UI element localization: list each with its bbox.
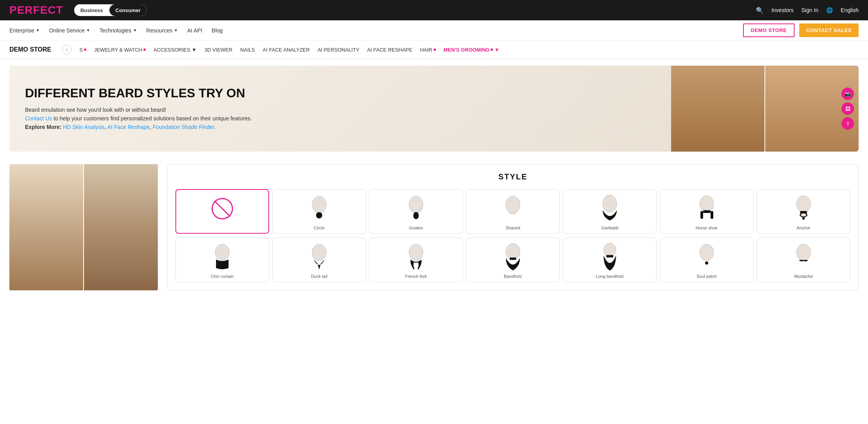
main-navigation: Enterprise ▼ Online Service ▼ Technologi… (0, 20, 868, 41)
search-icon[interactable]: 🔍 (756, 7, 764, 14)
face-left-half (671, 66, 765, 152)
style-label-garibaldi: Garibaldi (601, 225, 618, 230)
hero-face-container (671, 66, 859, 152)
nav-online-service[interactable]: Online Service ▼ (49, 27, 90, 34)
style-item-horse-shoe[interactable]: Horse shoe (660, 189, 754, 234)
nav-resources[interactable]: Resources ▼ (146, 27, 178, 34)
style-item-bandholz[interactable]: Bandholz (466, 238, 560, 282)
nav-action-buttons: DEMO STORE CONTACT SALES (743, 23, 859, 37)
style-item-garibaldi[interactable]: Garibaldi (563, 189, 657, 234)
svg-line-1 (214, 201, 230, 216)
demo-nav-ai-face-reshape[interactable]: AI FACE RESHAPE (367, 47, 413, 53)
demo-nav-jewelry[interactable]: JEWELRY & WATCH (94, 47, 146, 53)
share-icon[interactable]: ⇧ (841, 117, 854, 130)
brand-logo: PERFECT (9, 4, 63, 16)
style-item-soul-patch[interactable]: Soul patch (660, 238, 754, 282)
photo-divider-line (83, 164, 84, 290)
svg-rect-24 (606, 255, 613, 257)
svg-point-8 (603, 195, 617, 212)
svg-point-4 (409, 196, 423, 213)
style-icon-soul-patch (693, 241, 720, 272)
style-label-circle: Circle (314, 225, 325, 230)
svg-rect-12 (703, 210, 711, 213)
nav-blog[interactable]: Blog (212, 27, 223, 34)
svg-point-9 (700, 196, 714, 212)
demo-nav-3d-viewer[interactable]: 3D VIEWER (204, 47, 232, 53)
photo-left-half (9, 164, 84, 290)
style-grid-row2: Chin curtain Duck tail (175, 238, 850, 282)
style-icon-bandholz (499, 241, 527, 272)
style-item-none[interactable] (175, 189, 269, 234)
svg-point-25 (700, 244, 714, 261)
svg-rect-11 (711, 211, 713, 219)
business-toggle-btn[interactable]: Business (74, 4, 109, 16)
investors-link[interactable]: Investors (772, 7, 794, 13)
foundation-shade-finder-link[interactable]: Foundation Shade Finder (153, 124, 214, 130)
person-photo-inner (9, 164, 158, 290)
style-label-bandholz: Bandholz (504, 274, 522, 279)
demo-nav-mens-grooming[interactable]: MEN'S GROOMING ▼ (444, 47, 500, 53)
nav-technologies[interactable]: Technologies ▼ (100, 27, 137, 34)
svg-point-7 (506, 196, 520, 213)
style-label-anchor: Anchor (797, 225, 811, 230)
style-icon-french-fork (402, 241, 430, 272)
business-consumer-toggle[interactable]: Business Consumer (74, 4, 147, 16)
nav-ai-api[interactable]: AI API (187, 27, 202, 34)
demo-store-title: DEMO STORE (9, 46, 51, 53)
demo-nav-ai-face-analyzer[interactable]: AI FACE ANALYZER (263, 47, 310, 53)
chevron-down-icon: ▼ (133, 28, 137, 32)
svg-rect-10 (700, 211, 703, 219)
svg-rect-6 (414, 212, 418, 214)
demo-nav-ai-personality[interactable]: AI PERSONALITY (318, 47, 359, 53)
demo-nav-s[interactable]: S (79, 47, 86, 53)
style-grid-row1: Circle Goatee (175, 189, 850, 234)
contact-sales-button[interactable]: CONTACT SALES (799, 23, 859, 37)
style-item-french-fork[interactable]: French fork (369, 238, 463, 282)
style-label-horse-shoe: Horse shoe (696, 225, 718, 230)
svg-point-3 (316, 212, 322, 218)
hero-text-area: DIFFERENT BEARD STYLES TRY ON Beard emul… (9, 66, 671, 152)
hero-description: Beard emulation see how you'd look with … (25, 106, 655, 132)
style-item-long-bandholz[interactable]: Long bandholz (563, 238, 657, 282)
style-label-french-fork: French fork (405, 274, 427, 279)
hd-skin-analysis-link[interactable]: HD Skin Analysis (63, 124, 105, 130)
style-item-duck-tail[interactable]: Duck tail (272, 238, 366, 282)
style-item-circle[interactable]: Circle (272, 189, 366, 234)
sign-in-link[interactable]: Sign In (801, 7, 818, 13)
svg-point-2 (312, 196, 326, 213)
demo-nav-nails[interactable]: NAILS (240, 47, 255, 53)
svg-point-13 (797, 196, 811, 212)
style-item-goatee[interactable]: Goatee (369, 189, 463, 234)
svg-rect-17 (800, 211, 807, 213)
demo-store-button[interactable]: DEMO STORE (743, 23, 795, 37)
photo-right-half (84, 164, 158, 290)
dot-indicator (84, 48, 86, 51)
svg-point-21 (506, 243, 520, 260)
contact-us-link[interactable]: Contact Us (25, 115, 52, 122)
svg-point-27 (797, 244, 811, 261)
style-icon-chin-curtain (209, 241, 236, 272)
style-label-soul-patch: Soul patch (697, 274, 717, 279)
person-photo (9, 164, 158, 290)
style-item-chin-curtain[interactable]: Chin curtain (175, 238, 269, 282)
style-panel: STYLE (167, 164, 859, 290)
demo-nav-hair[interactable]: HAIR (420, 47, 436, 53)
nav-enterprise[interactable]: Enterprise ▼ (9, 27, 40, 34)
demo-nav-prev-arrow[interactable]: ‹ (62, 45, 71, 54)
consumer-toggle-btn[interactable]: Consumer (109, 4, 147, 16)
style-item-shaved[interactable]: Shaved (466, 189, 560, 234)
photo-icon[interactable]: 🖼 (841, 102, 854, 115)
style-item-anchor[interactable]: Anchor (757, 189, 850, 234)
style-icon-garibaldi (596, 193, 623, 224)
hero-banner: DIFFERENT BEARD STYLES TRY ON Beard emul… (9, 66, 859, 152)
top-nav-right: 🔍 Investors Sign In 🌐 English (756, 7, 859, 14)
style-icon-circle (305, 193, 333, 224)
chevron-down-icon: ▼ (86, 28, 90, 32)
svg-rect-22 (510, 258, 516, 260)
language-link[interactable]: English (841, 7, 859, 13)
style-item-mustache[interactable]: Mustache (757, 238, 850, 282)
svg-point-18 (215, 244, 229, 261)
demo-nav-accessories[interactable]: ACCESSORIES ▼ (154, 47, 196, 53)
ai-face-reshape-link[interactable]: AI Face Reshape (107, 124, 150, 130)
camera-icon[interactable]: 📷 (841, 88, 854, 100)
